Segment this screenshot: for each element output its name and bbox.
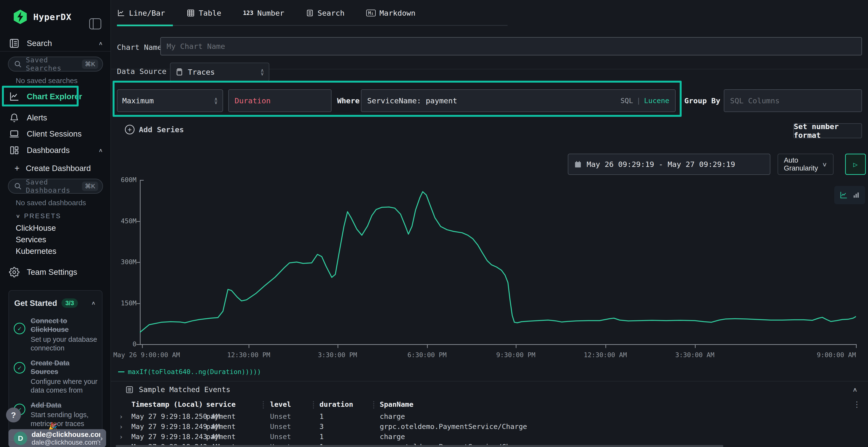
time-series-chart[interactable]: 600M450M300M150M0 May 26 9:00:00 AM12:30… [111, 0, 868, 385]
get-started-item-desc: Configure where your data comes from [31, 377, 98, 395]
hyperdx-logo-icon [12, 9, 28, 25]
get-started-item-desc: Set up your database connection [31, 335, 98, 353]
get-started-card: Get Started 3/3 ∧ ✓ Connect to ClickHous… [8, 290, 102, 441]
cell-service: payment [206, 412, 270, 420]
preset-clickhouse[interactable]: ClickHouse [16, 224, 56, 233]
column-resize-handle[interactable] [198, 401, 199, 409]
y-tick-label: 150M [107, 299, 136, 307]
get-started-item-connect[interactable]: ✓ Connect to ClickHouse Set up your data… [14, 316, 98, 352]
check-circle-icon: ✓ [14, 323, 25, 334]
col-service[interactable]: service [206, 400, 270, 409]
x-tick-mark [856, 344, 857, 348]
create-dashboard-label: Create Dashboard [26, 164, 91, 173]
col-timestamp[interactable]: Timestamp (Local) [131, 400, 206, 409]
table-row[interactable]: › May 27 9:29:18.243 AM payment Unset 1 … [111, 432, 849, 442]
column-resize-handle[interactable] [373, 401, 374, 409]
saved-searches-input[interactable]: Saved Searches ⌘K [8, 57, 103, 72]
row-expand-icon[interactable]: › [119, 433, 123, 441]
active-tab-indicator [117, 25, 173, 26]
cell-duration: 1 [319, 433, 380, 441]
events-panel-header[interactable]: Sample Matched Events [125, 385, 230, 394]
bell-icon [8, 113, 21, 123]
events-table-header: Timestamp (Local) service level duration… [111, 399, 849, 410]
user-team: dale@clickhouse.com's [32, 439, 100, 446]
saved-searches-placeholder: Saved Searches [26, 56, 82, 72]
app-window: HyperDX Search ∧ Saved Searches ⌘K No sa… [0, 0, 868, 447]
presets-label: PRESETS [24, 212, 61, 220]
x-tick-label: 12:30:00 AM [584, 351, 627, 358]
sidebar-item-team-settings[interactable]: Team Settings [8, 267, 103, 277]
x-tick-label: 12:30:00 PM [227, 351, 270, 358]
get-started-item-datasources[interactable]: ✓ Create Data Sources Configure where yo… [14, 358, 98, 394]
collapse-panel-icon[interactable]: ∧ [852, 386, 858, 393]
main-content: Line/Bar Table 123 Number Search M↓ Mark… [111, 0, 868, 447]
kbd-shortcut-badge: ⌘K [82, 60, 98, 69]
x-tick-label: 3:30:00 PM [318, 351, 357, 358]
presets-toggle[interactable]: ∨ PRESETS [16, 212, 61, 220]
x-tick-label: 3:30:00 AM [675, 351, 714, 358]
x-tick-mark [338, 344, 338, 348]
table-row[interactable]: › May 27 9:29:18.250 AM payment Unset 1 … [111, 411, 849, 421]
cell-timestamp: May 27 9:29:18.243 AM [131, 433, 206, 441]
chart-line-series [140, 180, 856, 344]
series-row-annotation-box [113, 81, 682, 117]
chevron-up-icon[interactable]: ∧ [98, 40, 103, 46]
cell-timestamp: May 27 9:29:18.249 AM [131, 422, 206, 431]
y-tick-label: 0 [107, 340, 136, 348]
preset-kubernetes[interactable]: Kubernetes [16, 247, 56, 256]
row-expand-icon[interactable]: › [119, 423, 123, 431]
help-button[interactable]: ? [6, 408, 21, 422]
column-resize-handle[interactable] [313, 401, 314, 409]
sidebar-section-dashboards[interactable]: Dashboards ∧ [8, 145, 103, 156]
kebab-menu-icon[interactable]: ⋮ [853, 400, 861, 409]
preset-services[interactable]: Services [16, 235, 46, 244]
cell-spanname: charge [380, 412, 849, 420]
cell-timestamp: May 27 9:29:18.250 AM [131, 412, 206, 420]
sidebar-search-label: Search [27, 39, 52, 48]
logo[interactable]: HyperDX [0, 7, 111, 27]
kbd-shortcut-badge: ⌘K [82, 182, 98, 191]
user-menu[interactable]: D dale@clickhouse.com dale@clickhouse.co… [8, 429, 106, 447]
y-tick-mark [136, 262, 140, 263]
laptop-icon [8, 129, 21, 139]
create-dashboard-button[interactable]: + Create Dashboard [14, 163, 91, 173]
cell-duration: 1 [319, 412, 380, 420]
saved-dashboards-input[interactable]: Saved Dashboards ⌘K [8, 179, 103, 194]
col-level[interactable]: level [270, 400, 319, 409]
sidebar-item-alerts[interactable]: Alerts [8, 113, 103, 123]
no-saved-dashboards-text: No saved dashboards [16, 199, 86, 207]
sidebar-divider [0, 51, 111, 51]
y-tick-label: 300M [107, 258, 136, 266]
check-circle-icon: ✓ [14, 362, 25, 374]
client-sessions-label: Client Sessions [27, 129, 82, 138]
chevron-right-icon: › [100, 434, 103, 442]
get-started-item-title: Create Data Sources [31, 358, 98, 376]
search-section-icon [8, 38, 21, 49]
table-row[interactable]: › May 27 9:29:18.249 AM payment Unset 3 … [111, 421, 849, 432]
column-resize-handle[interactable] [263, 401, 264, 409]
col-spanname[interactable]: SpanName [380, 400, 849, 409]
cell-spanname: grpc.oteldemo.PaymentService/Charge [380, 422, 849, 431]
sidebar: HyperDX Search ∧ Saved Searches ⌘K No sa… [0, 0, 111, 447]
get-started-item-title: Connect to ClickHouse [31, 316, 98, 334]
chart-legend[interactable]: maxIf(toFloat640..ng(Duration))))) [118, 368, 261, 375]
cell-spanname: charge [380, 433, 849, 441]
x-tick-mark [249, 344, 249, 348]
sidebar-section-search[interactable]: Search ∧ [8, 38, 103, 49]
row-expand-icon[interactable]: › [119, 413, 123, 420]
search-icon [14, 60, 22, 68]
x-tick-mark [516, 344, 517, 348]
get-started-item-desc: Start sending logs, metrics, or traces [31, 410, 98, 428]
chevron-up-icon[interactable]: ∧ [91, 300, 96, 306]
dashboards-label: Dashboards [27, 146, 70, 155]
get-started-title: Get Started [14, 299, 57, 308]
sidebar-collapse-icon[interactable] [89, 18, 101, 29]
x-tick-mark [695, 344, 695, 348]
chevron-down-icon: ∨ [16, 213, 20, 219]
horizontal-scrollbar[interactable] [116, 445, 723, 447]
chevron-up-icon[interactable]: ∧ [98, 147, 103, 153]
col-duration[interactable]: duration [319, 400, 380, 409]
sidebar-item-client-sessions[interactable]: Client Sessions [8, 129, 103, 139]
gear-icon [8, 267, 21, 277]
team-settings-label: Team Settings [27, 268, 77, 277]
